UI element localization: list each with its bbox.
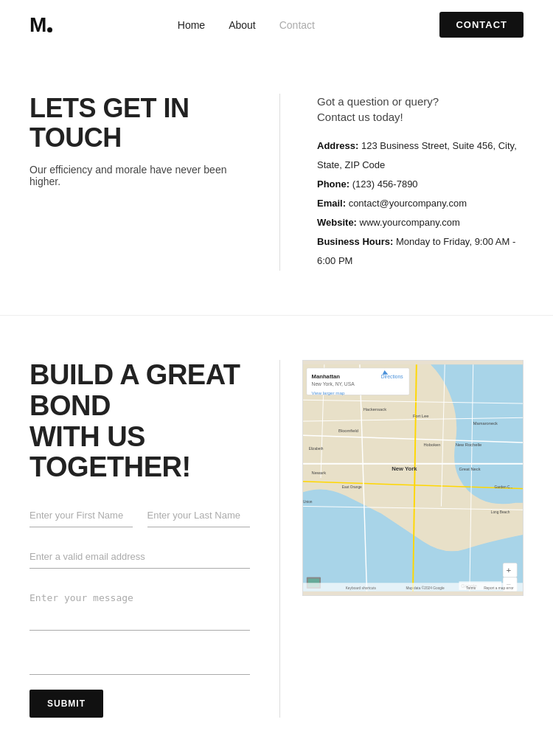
submit-button[interactable]: SUBMIT xyxy=(29,690,103,718)
svg-text:Garden C...: Garden C... xyxy=(495,485,513,489)
svg-text:East Orange: East Orange xyxy=(342,485,362,489)
svg-text:Great Neck: Great Neck xyxy=(459,467,480,471)
phone-row: Phone: (123) 456-7890 xyxy=(317,175,524,194)
svg-text:Union: Union xyxy=(303,500,313,504)
bond-heading: BUILD A GREAT BOND WITH US TOGETHER! xyxy=(29,360,250,483)
navbar: M Home About Contact CONTACT xyxy=(0,0,553,49)
email-value: contact@yourcompany.com xyxy=(349,198,467,209)
nav-about[interactable]: About xyxy=(229,19,256,31)
phone-value: (123) 456-7890 xyxy=(352,178,418,190)
svg-text:Report a map error: Report a map error xyxy=(484,586,514,590)
svg-text:+: + xyxy=(506,566,511,575)
website-label: Website: xyxy=(317,217,357,228)
nav-contact[interactable]: Contact xyxy=(279,19,315,31)
svg-text:Directions: Directions xyxy=(381,374,404,379)
name-row xyxy=(29,504,250,527)
logo[interactable]: M xyxy=(29,15,52,35)
nav-home[interactable]: Home xyxy=(178,19,205,31)
address-row: Address: 123 Business Street, Suite 456,… xyxy=(317,136,524,175)
contact-details: Address: 123 Business Street, Suite 456,… xyxy=(317,136,524,271)
section1-heading: LETS GET IN TOUCH xyxy=(29,94,250,152)
svg-text:New York, NY, USA: New York, NY, USA xyxy=(312,381,355,386)
section1-subtext: Our efficiency and morale have never bee… xyxy=(29,164,250,187)
nav-links: Home About Contact xyxy=(178,19,315,31)
contact-tagline: Got a question or query? Contact us toda… xyxy=(317,94,524,125)
email-group xyxy=(29,545,250,569)
svg-text:Newark: Newark xyxy=(312,471,327,475)
website-row: Website: www.yourcompany.com xyxy=(317,213,524,232)
email-row: Email: contact@yourcompany.com xyxy=(317,194,524,213)
first-name-input[interactable] xyxy=(29,504,133,527)
extra-input[interactable] xyxy=(29,651,250,675)
svg-text:Map data ©2024 Google: Map data ©2024 Google xyxy=(406,586,445,590)
nav-cta-button[interactable]: CONTACT xyxy=(439,12,524,38)
hours-row: Business Hours: Monday to Friday, 9:00 A… xyxy=(317,232,524,271)
svg-text:New Rochelle: New Rochelle xyxy=(456,443,481,447)
bond-section: BUILD A GREAT BOND WITH US TOGETHER! SUB… xyxy=(0,316,553,756)
last-name-input[interactable] xyxy=(147,504,251,527)
svg-text:Long Beach: Long Beach xyxy=(491,510,510,514)
map-svg: Newark New York Bloomfield Elizabeth Mam… xyxy=(303,361,523,595)
extra-group xyxy=(29,651,250,675)
svg-text:Terms: Terms xyxy=(466,586,476,590)
svg-text:Keyboard shortcuts: Keyboard shortcuts xyxy=(346,586,377,590)
get-in-touch-left: LETS GET IN TOUCH Our efficiency and mor… xyxy=(29,94,280,271)
hours-label: Business Hours: xyxy=(317,236,393,247)
first-name-group xyxy=(29,504,133,527)
map-container: Newark New York Bloomfield Elizabeth Mam… xyxy=(302,360,524,596)
svg-text:Manhattan: Manhattan xyxy=(312,373,341,380)
svg-text:View larger map: View larger map xyxy=(312,390,345,395)
message-input[interactable] xyxy=(29,586,250,631)
svg-text:Elizabeth: Elizabeth xyxy=(309,447,324,451)
get-in-touch-section: LETS GET IN TOUCH Our efficiency and mor… xyxy=(0,49,553,316)
email-label: Email: xyxy=(317,198,346,209)
svg-text:Bloomfield: Bloomfield xyxy=(338,429,358,433)
contact-form-col: BUILD A GREAT BOND WITH US TOGETHER! SUB… xyxy=(29,360,280,718)
website-value: www.yourcompany.com xyxy=(360,217,460,228)
svg-text:New York: New York xyxy=(392,465,417,472)
svg-text:Mamaroneck: Mamaroneck xyxy=(473,421,498,426)
svg-text:Fort Lee: Fort Lee xyxy=(413,414,428,418)
svg-text:Hoboken: Hoboken xyxy=(423,443,440,447)
email-input[interactable] xyxy=(29,545,250,569)
phone-label: Phone: xyxy=(317,178,349,190)
last-name-group xyxy=(147,504,251,527)
contact-info: Got a question or query? Contact us toda… xyxy=(280,94,524,271)
map-col: Newark New York Bloomfield Elizabeth Mam… xyxy=(280,360,524,718)
svg-text:Hackensack: Hackensack xyxy=(364,407,386,412)
address-label: Address: xyxy=(317,140,358,151)
message-group xyxy=(29,586,250,634)
